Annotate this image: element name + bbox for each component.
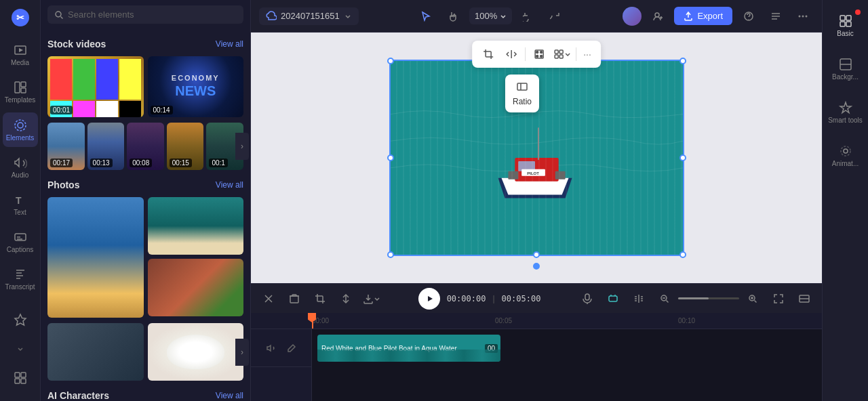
sidebar-item-captions[interactable]: Captions [3,225,38,259]
fullscreen-button[interactable] [769,289,788,308]
resize-handle-ml[interactable] [387,154,394,161]
right-panel-animate[interactable]: Animat... [825,135,866,176]
svg-rect-61 [840,16,845,20]
resize-handle-bl[interactable] [387,251,394,258]
photo-item[interactable] [47,323,144,381]
right-panel-basic[interactable]: Basic [825,5,866,46]
svg-rect-14 [15,373,20,377]
photo-item[interactable] [148,323,244,381]
chevron-down-icon [344,12,352,20]
svg-marker-3 [19,48,23,52]
effects-dropdown-button[interactable] [553,45,572,64]
microphone-button[interactable] [578,289,597,308]
photo-item[interactable] [148,259,244,316]
help-button[interactable] [738,5,760,27]
animate-icon [839,144,852,158]
edit-button[interactable] [283,340,300,356]
rotate-handle[interactable] [533,263,540,270]
ratio-button[interactable]: Ratio [505,75,539,112]
stock-video-item[interactable]: 00:01 [47,56,144,117]
photo-item[interactable] [148,197,244,255]
export-button[interactable]: Export [674,7,732,25]
project-selector[interactable]: 202407151651 [259,7,359,25]
user-avatar[interactable] [623,7,642,26]
ai-tools-button[interactable] [604,289,623,308]
total-timecode: 00:05:00 [502,294,541,303]
right-panel-smart-tools[interactable]: Smart tools [825,92,866,133]
svg-rect-45 [290,296,298,303]
svg-point-19 [655,13,659,17]
pan-tool-button[interactable] [442,5,464,27]
volume-button[interactable] [263,340,279,356]
more-options-button[interactable] [792,5,814,27]
top-bar: 202407151651 100% [251,0,822,33]
sidebar-item-text[interactable]: T Text [3,187,38,221]
sidebar-item-grid[interactable] [3,361,38,396]
basic-icon [839,14,852,28]
left-panel: Stock videos View all 00:01 [41,0,251,401]
delete-button[interactable] [285,289,304,308]
resize-handle-tl[interactable] [387,58,394,64]
canvas-area: Ratio ··· [251,33,822,283]
theater-mode-button[interactable] [795,289,814,308]
resize-handle-tr[interactable] [679,58,686,64]
sidebar-item-audio[interactable]: Audio [3,150,38,184]
stock-videos-view-all[interactable]: View all [216,39,243,49]
sidebar-item-templates[interactable]: Templates [3,75,38,110]
undo-button[interactable] [517,5,539,27]
zoom-out-button[interactable] [655,289,674,308]
split-button[interactable] [629,289,648,308]
sidebar-item-media[interactable]: Media [3,37,38,72]
resize-handle-bm[interactable] [533,251,540,258]
stock-video-item[interactable]: 00:13 [87,123,125,170]
stock-videos-next-arrow[interactable]: › [235,133,249,160]
cloud-icon [266,11,277,22]
add-user-button[interactable] [647,5,669,27]
search-input-wrap[interactable] [47,5,243,24]
svg-point-7 [18,123,23,128]
svg-rect-16 [15,379,20,383]
flip-tool-button[interactable] [502,45,521,64]
stock-video-item[interactable]: 00:08 [127,123,164,170]
canvas-more-button[interactable]: ··· [580,49,594,60]
flip-v-button[interactable] [336,289,355,308]
zoom-selector[interactable]: 100% [469,7,512,24]
crop-button[interactable] [311,289,330,308]
select-tool-button[interactable] [415,5,437,27]
sidebar-item-transcript[interactable]: Transcript [3,262,38,297]
ai-characters-view-all[interactable]: View all [216,391,243,400]
app-logo[interactable]: ✂ [8,5,33,29]
transform-tool-button[interactable] [530,45,549,64]
search-input[interactable] [68,9,237,20]
sidebar-item-favorites[interactable] [3,302,38,337]
photo-item[interactable] [47,197,144,318]
zoom-in-button[interactable] [743,289,762,308]
trim-button[interactable] [259,289,278,308]
stock-video-item[interactable]: 00:15 [167,123,204,170]
stock-videos-bottom-grid: 00:17 00:13 00:08 00:15 00:1 › [47,123,243,170]
stock-video-item[interactable]: ECONOMY NEWS 00:14 [148,56,244,117]
sidebar-collapse-button[interactable] [3,339,38,358]
video-clip[interactable]: Red White and Blue Pilot Boat in Aqua Wa… [317,335,500,362]
download-button[interactable] [362,289,381,308]
smart-tools-icon [839,101,852,114]
resize-handle-mr[interactable] [679,154,686,161]
sidebar-item-elements[interactable]: Elements [3,112,38,147]
right-panel-background[interactable]: Backgr... [825,49,866,89]
left-toolbar: ✂ Media Templates Elements Audio T Text … [0,0,41,401]
share-button[interactable] [765,5,787,27]
svg-rect-50 [609,296,617,301]
photos-view-all[interactable]: View all [216,180,243,190]
play-button[interactable] [418,288,440,310]
resize-handle-br[interactable] [679,251,686,258]
ai-characters-title: AI Characters [47,390,109,401]
timeline-track-controls [251,329,312,401]
timeline-cursor[interactable] [312,313,313,329]
ruler-mark-1: 00:05 [495,317,512,324]
zoom-track[interactable] [678,297,739,299]
redo-button[interactable] [545,5,566,27]
crop-tool-button[interactable] [479,45,498,64]
stock-video-item[interactable]: 00:17 [47,123,85,170]
svg-point-8 [15,120,26,131]
photos-next-arrow[interactable]: › [235,339,249,366]
